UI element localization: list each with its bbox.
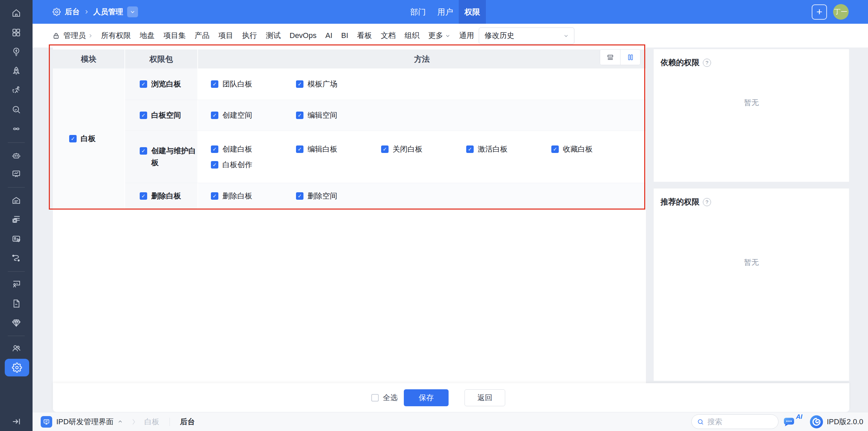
sidebar-item-board[interactable] [11, 214, 21, 224]
checkbox-checked-icon[interactable] [211, 112, 218, 119]
sidebar-item-document[interactable] [11, 298, 21, 309]
checkbox-unchecked-icon[interactable] [371, 394, 379, 401]
checkbox-checked-icon[interactable] [381, 145, 389, 153]
nav-item-more[interactable]: 更多 [428, 31, 450, 41]
method-checkbox-item[interactable]: 删除白板 [211, 191, 296, 201]
status-bar-left: IPD研发管理界面 白板 后台 [41, 416, 195, 428]
sidebar-item-ai[interactable] [11, 151, 21, 161]
avatar[interactable]: 丁一 [833, 4, 849, 20]
nav-item-kanban[interactable]: 看板 [357, 31, 372, 41]
checkbox-checked-icon[interactable] [140, 192, 147, 200]
checkbox-checked-icon[interactable] [466, 145, 474, 153]
ai-assistant-button[interactable]: AI [783, 416, 797, 427]
nav-item-ai[interactable]: AI [325, 31, 332, 40]
method-checkbox-item[interactable]: 激活白板 [466, 144, 551, 154]
permissions-panel: 模块 权限包 方法 白板 [53, 47, 646, 383]
nav-item-program[interactable]: 项目集 [163, 31, 186, 41]
sidebar-item-flow[interactable] [11, 253, 21, 263]
sidebar-item-apps[interactable] [11, 27, 21, 38]
row-layout-toggle[interactable] [600, 50, 620, 65]
chevron-right-icon [88, 33, 93, 38]
sidebar-item-whiteboard[interactable] [11, 279, 21, 289]
sidebar-item-test[interactable] [11, 104, 21, 115]
sidebar-item-messages[interactable] [11, 195, 21, 205]
status-crumb-admin[interactable]: 后台 [180, 417, 195, 427]
tab-permissions-active[interactable]: 权限 [459, 0, 486, 24]
apps-grid-icon [11, 27, 21, 38]
view-toggle-group [600, 49, 640, 65]
method-checkbox-item[interactable]: 创建白板 [211, 144, 296, 154]
sidebar-item-card[interactable] [11, 234, 21, 244]
chevron-down-icon [564, 33, 569, 38]
nav-item-general[interactable]: 通用 [459, 31, 474, 41]
role-label[interactable]: 管理员 [63, 31, 86, 41]
sidebar-item-devops[interactable] [11, 124, 21, 134]
checkbox-checked-icon[interactable] [551, 145, 559, 153]
nav-item-execute[interactable]: 执行 [242, 31, 257, 41]
status-crumb-whiteboard[interactable]: 白板 [144, 417, 159, 427]
checkbox-checked-icon[interactable] [296, 112, 303, 119]
sidebar-item-bi[interactable] [11, 169, 21, 179]
checkbox-checked-icon[interactable] [211, 80, 218, 88]
workspace-switcher[interactable]: IPD研发管理界面 [56, 417, 114, 427]
method-checkbox-item[interactable]: 关闭白板 [381, 144, 466, 154]
checkbox-checked-icon[interactable] [296, 145, 303, 153]
ai-robot-icon [11, 151, 21, 161]
nav-item-test[interactable]: 测试 [266, 31, 281, 41]
add-button[interactable]: + [812, 4, 827, 20]
action-bar: 全选 保存 返回 [53, 383, 849, 412]
checkbox-checked-icon[interactable] [140, 147, 147, 155]
tab-department[interactable]: 部门 [405, 0, 432, 24]
collapse-right-icon [11, 416, 21, 427]
breadcrumb-dropdown-button[interactable] [127, 6, 138, 17]
checkbox-checked-icon[interactable] [296, 192, 303, 200]
help-icon[interactable]: ? [703, 59, 711, 67]
method-checkbox-item[interactable]: 编辑白板 [296, 144, 381, 154]
nav-item-territory[interactable]: 地盘 [140, 31, 155, 41]
sidebar-item-home[interactable] [11, 8, 21, 18]
module-checkbox-item[interactable]: 白板 [69, 134, 154, 144]
method-checkbox-item[interactable]: 团队白板 [211, 79, 296, 89]
method-checkbox-item[interactable]: 创建空间 [211, 110, 296, 120]
column-layout-toggle[interactable] [620, 50, 640, 65]
back-button[interactable]: 返回 [465, 389, 505, 406]
module-cell: 白板 [53, 68, 124, 209]
search-box[interactable] [691, 414, 778, 429]
sidebar-item-collapse[interactable] [11, 416, 21, 427]
nav-item-docs[interactable]: 文档 [381, 31, 396, 41]
tab-users[interactable]: 用户 [432, 0, 459, 24]
package-label: 浏览白板 [151, 78, 181, 90]
method-checkbox-item[interactable]: 编辑空间 [296, 110, 381, 120]
sidebar-item-premium[interactable] [11, 318, 21, 328]
sidebar-item-idea[interactable] [11, 46, 21, 57]
checkbox-checked-icon[interactable] [211, 161, 218, 169]
breadcrumb-root[interactable]: 后台 [65, 7, 80, 17]
method-checkbox-item[interactable]: 模板广场 [296, 79, 381, 89]
checkbox-checked-icon[interactable] [140, 112, 147, 119]
nav-item-project[interactable]: 项目 [218, 31, 233, 41]
nav-item-all-permissions[interactable]: 所有权限 [101, 31, 131, 41]
table-row: 浏览白板 团队白板 模板广场 [125, 68, 646, 100]
sidebar-item-settings-active[interactable] [5, 359, 29, 376]
checkbox-checked-icon[interactable] [69, 135, 77, 142]
nav-item-devops[interactable]: DevOps [290, 31, 316, 40]
method-checkbox-item[interactable]: 删除空间 [296, 191, 381, 201]
nav-item-product[interactable]: 产品 [195, 31, 210, 41]
checkbox-checked-icon[interactable] [140, 80, 147, 88]
sidebar-item-members[interactable] [11, 343, 21, 353]
save-button[interactable]: 保存 [404, 389, 449, 406]
checkbox-checked-icon[interactable] [211, 145, 218, 153]
method-checkbox-item[interactable]: 白板创作 [211, 160, 296, 170]
sidebar-item-project[interactable] [11, 66, 21, 76]
history-dropdown[interactable]: 修改历史 [479, 27, 574, 44]
nav-item-bi[interactable]: BI [341, 31, 348, 40]
method-checkbox-item[interactable]: 收藏白板 [551, 144, 636, 154]
nav-item-org[interactable]: 组织 [405, 31, 419, 41]
checkbox-checked-icon[interactable] [211, 192, 218, 200]
select-all-checkbox-item[interactable]: 全选 [371, 393, 398, 403]
checkbox-checked-icon[interactable] [296, 80, 303, 88]
help-icon[interactable]: ? [703, 198, 711, 206]
sidebar-item-execute[interactable] [11, 85, 21, 95]
breadcrumb-current[interactable]: 人员管理 [93, 7, 123, 17]
search-input[interactable] [707, 417, 773, 426]
